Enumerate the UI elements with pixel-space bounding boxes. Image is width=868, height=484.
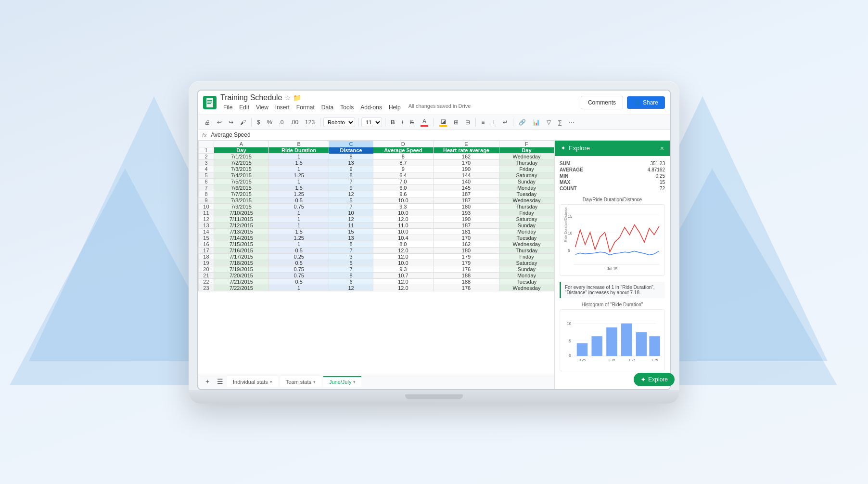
cell-dist-9[interactable]: 5	[329, 197, 373, 203]
bold-btn[interactable]: B	[388, 118, 397, 127]
cell-day-11[interactable]: 7/10/2015	[214, 209, 268, 216]
percent-btn[interactable]: %	[265, 118, 275, 127]
cell-dayname-16[interactable]: Wednesday	[499, 241, 554, 247]
merge-btn[interactable]: ⊟	[463, 118, 472, 127]
cell-speed-23[interactable]: 12.0	[373, 285, 433, 291]
cell-dayname-6[interactable]: Sunday	[499, 178, 554, 184]
cell-dayname-5[interactable]: Saturday	[499, 172, 554, 178]
cell-speed-12[interactable]: 12.0	[373, 216, 433, 222]
align-v-btn[interactable]: ⊥	[489, 118, 498, 127]
cell-day-7[interactable]: 7/6/2015	[214, 184, 268, 191]
cell-speed-2[interactable]: 8	[373, 153, 433, 159]
cell-ride-21[interactable]: 0.75	[268, 272, 329, 278]
cell-hr-7[interactable]: 145	[434, 184, 499, 191]
share-button[interactable]: 👤 Share	[627, 96, 665, 109]
cell-day-4[interactable]: 7/3/2015	[214, 166, 268, 172]
cell-dayname-8[interactable]: Tuesday	[499, 191, 554, 197]
font-selector[interactable]: Roboto	[323, 118, 355, 127]
cell-day-9[interactable]: 7/8/2015	[214, 197, 268, 203]
folder-icon[interactable]: 📁	[293, 94, 301, 102]
cell-dayname-18[interactable]: Friday	[499, 253, 554, 260]
cell-hr-9[interactable]: 187	[434, 197, 499, 203]
cell-hr-5[interactable]: 144	[434, 172, 499, 178]
menu-view[interactable]: View	[253, 103, 271, 112]
cell-hr-12[interactable]: 190	[434, 216, 499, 222]
cell-dayname-9[interactable]: Wednesday	[499, 197, 554, 203]
more-btn[interactable]: ⋯	[566, 118, 577, 127]
cell-dayname-20[interactable]: Sunday	[499, 266, 554, 272]
col-header-e[interactable]: E	[434, 141, 499, 147]
cell-day-6[interactable]: 7/5/2015	[214, 178, 268, 184]
star-icon[interactable]: ☆	[285, 94, 291, 102]
cell-dist-4[interactable]: 9	[329, 166, 373, 172]
cell-hr-11[interactable]: 193	[434, 209, 499, 216]
cell-dayname-7[interactable]: Monday	[499, 184, 554, 191]
tab-individual-stats[interactable]: Individual stats ▾	[227, 376, 278, 387]
comments-button[interactable]: Comments	[581, 96, 623, 109]
cell-speed-13[interactable]: 11.0	[373, 222, 433, 228]
italic-btn[interactable]: I	[399, 118, 406, 127]
cell-speed-22[interactable]: 12.0	[373, 278, 433, 285]
cell-dayname-13[interactable]: Sunday	[499, 222, 554, 228]
cell-dayname-22[interactable]: Tuesday	[499, 278, 554, 285]
col-header-a[interactable]: A	[214, 141, 268, 147]
cell-dist-20[interactable]: 7	[329, 266, 373, 272]
cell-day-8[interactable]: 7/7/2015	[214, 191, 268, 197]
cell-dayname-3[interactable]: Thursday	[499, 159, 554, 166]
cell-dist-2[interactable]: 8	[329, 153, 373, 159]
cell-dist-13[interactable]: 11	[329, 222, 373, 228]
chart-btn[interactable]: 📊	[530, 118, 542, 127]
cell-ride-8[interactable]: 1.25	[268, 191, 329, 197]
cell-speed-5[interactable]: 6.4	[373, 172, 433, 178]
cell-hr-18[interactable]: 179	[434, 253, 499, 260]
cell-ride-12[interactable]: 1	[268, 216, 329, 222]
cell-dist-5[interactable]: 8	[329, 172, 373, 178]
cell-speed-11[interactable]: 10.0	[373, 209, 433, 216]
cell-dist-19[interactable]: 5	[329, 260, 373, 266]
add-sheet-btn[interactable]: +	[202, 376, 213, 387]
menu-format[interactable]: Format	[294, 103, 318, 112]
cell-day-18[interactable]: 7/17/2015	[214, 253, 268, 260]
col-header-c[interactable]: C	[329, 141, 373, 147]
cell-speed-7[interactable]: 6.0	[373, 184, 433, 191]
cell-day-16[interactable]: 7/15/2015	[214, 241, 268, 247]
cell-hr-2[interactable]: 162	[434, 153, 499, 159]
decimal-inc-btn[interactable]: .00	[288, 118, 301, 127]
menu-edit[interactable]: Edit	[236, 103, 252, 112]
cell-day-21[interactable]: 7/20/2015	[214, 272, 268, 278]
decimal-dec-btn[interactable]: .0	[276, 118, 286, 127]
undo-btn[interactable]: ↩	[215, 118, 224, 127]
redo-btn[interactable]: ↪	[226, 118, 236, 127]
cell-dist-8[interactable]: 12	[329, 191, 373, 197]
cell-day-19[interactable]: 7/18/2015	[214, 260, 268, 266]
cell-dayname-17[interactable]: Thursday	[499, 247, 554, 253]
cell-dist-15[interactable]: 13	[329, 235, 373, 241]
cell-hr-21[interactable]: 188	[434, 272, 499, 278]
cell-hr-22[interactable]: 188	[434, 278, 499, 285]
cell-dist-6[interactable]: 7	[329, 178, 373, 184]
sheet-list-btn[interactable]: ☰	[215, 376, 225, 387]
cell-hr-8[interactable]: 187	[434, 191, 499, 197]
cell-dist-14[interactable]: 15	[329, 228, 373, 235]
cell-hr-17[interactable]: 180	[434, 247, 499, 253]
cell-speed-18[interactable]: 12.0	[373, 253, 433, 260]
wrap-btn[interactable]: ↵	[500, 118, 510, 127]
cell-ride-13[interactable]: 1	[268, 222, 329, 228]
print-btn[interactable]: 🖨	[202, 118, 213, 127]
cell-speed-4[interactable]: 9	[373, 166, 433, 172]
cell-dayname-4[interactable]: Friday	[499, 166, 554, 172]
borders-btn[interactable]: ⊞	[451, 118, 461, 127]
cell-hr-4[interactable]: 190	[434, 166, 499, 172]
tab-june-july[interactable]: June/July ▾	[323, 376, 361, 387]
cell-hr-16[interactable]: 162	[434, 241, 499, 247]
cell-dayname-12[interactable]: Saturday	[499, 216, 554, 222]
cell-ride-19[interactable]: 0.5	[268, 260, 329, 266]
cell-dist-3[interactable]: 13	[329, 159, 373, 166]
cell-dist-17[interactable]: 7	[329, 247, 373, 253]
cell-day-12[interactable]: 7/11/2015	[214, 216, 268, 222]
strikethrough-btn[interactable]: S	[408, 118, 416, 127]
cell-dist-12[interactable]: 12	[329, 216, 373, 222]
cell-hr-13[interactable]: 187	[434, 222, 499, 228]
cell-hr-19[interactable]: 179	[434, 260, 499, 266]
cell-day-3[interactable]: 7/2/2015	[214, 159, 268, 166]
